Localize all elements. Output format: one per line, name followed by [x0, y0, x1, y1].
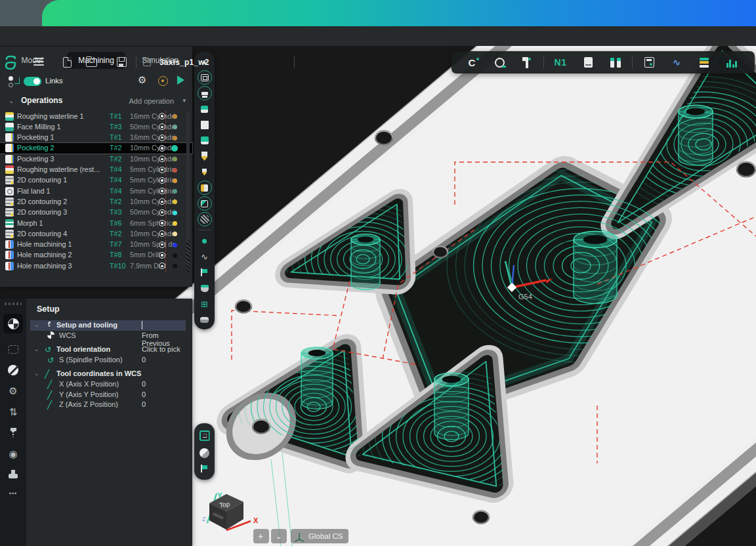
project-title[interactable]: 3axis_p1_w2: [159, 58, 209, 67]
operation-row[interactable]: Roughing waterline (rest...T#45mm Cylind…: [0, 165, 192, 175]
point-icon[interactable]: [197, 233, 213, 249]
swap-order-icon[interactable]: ⇅: [3, 402, 23, 422]
flag-toggle-icon[interactable]: [201, 465, 208, 472]
compass-icon[interactable]: [3, 360, 23, 380]
setup-row-z[interactable]: ╱Z (Axis Z Position)0: [30, 400, 186, 410]
operation-radio[interactable]: [159, 135, 165, 141]
scrollbar-thumb[interactable]: [186, 240, 190, 272]
clamp-icon[interactable]: [197, 280, 213, 296]
setup-row-x[interactable]: ╱X (Axis X Position)0: [30, 379, 186, 390]
axis-x-label: X: [253, 516, 259, 524]
operation-row[interactable]: Morph 1T#66mm Spherica: [0, 218, 192, 228]
operation-tool-desc: 50mm Cylindri: [130, 208, 163, 216]
chevron-down-icon[interactable]: ⌄: [34, 346, 39, 352]
open-file-button[interactable]: [86, 57, 98, 68]
shading-sphere-icon[interactable]: [200, 448, 209, 458]
spindle-head-icon[interactable]: [197, 85, 213, 101]
tool-stack-icon[interactable]: [690, 54, 718, 70]
probe-icon[interactable]: [197, 180, 213, 196]
setup-row-s[interactable]: ↺S (Spindle Position)0: [30, 355, 186, 366]
setup-row-value[interactable]: 0: [142, 380, 146, 388]
tool-pair-icon[interactable]: [602, 54, 629, 70]
operation-tool-desc: 50mm Cylindri: [130, 123, 163, 131]
operation-row[interactable]: Hole machining 1T#710mm Spot dr: [0, 240, 192, 250]
setup-group-setup-and-tooling[interactable]: ⌄Setup and tooling: [30, 320, 186, 331]
operation-color-dot: [173, 189, 177, 194]
tool-holder-icon[interactable]: [3, 464, 23, 484]
main-menu-button[interactable]: [33, 57, 45, 68]
gauge-icon[interactable]: ◉: [3, 444, 23, 464]
operation-row[interactable]: Hole machining 2T#85mm Drill: [0, 250, 192, 261]
add-operation-caret[interactable]: ▾: [182, 97, 186, 104]
operation-radio[interactable]: [159, 242, 165, 248]
flag-icon[interactable]: [197, 264, 213, 280]
cutter-icon[interactable]: [197, 148, 213, 164]
gear-icon[interactable]: ⚙: [138, 74, 146, 86]
operation-row[interactable]: 2D contouring 3T#350mm Cylindri: [0, 207, 192, 218]
setup-row-value[interactable]: 0: [142, 356, 146, 364]
links-toggle[interactable]: [24, 77, 41, 86]
fit-view-icon[interactable]: [200, 430, 210, 441]
machine-icon[interactable]: [197, 70, 213, 85]
operations-scrollbar[interactable]: [186, 111, 190, 272]
calculator-icon[interactable]: [635, 54, 663, 70]
chevron-down-icon[interactable]: ⌄: [34, 370, 39, 377]
stats-bars-icon[interactable]: [718, 54, 746, 70]
operation-row[interactable]: 2D contouring 4T#210mm Cylindri: [0, 228, 192, 239]
operation-radio[interactable]: [159, 209, 165, 216]
new-file-button[interactable]: [63, 57, 75, 68]
workpiece-icon[interactable]: [197, 133, 213, 148]
operation-radio[interactable]: [159, 113, 165, 119]
curve-icon[interactable]: ∿: [197, 249, 213, 264]
document-icon[interactable]: [574, 54, 602, 70]
drill-tool-icon[interactable]: [3, 423, 23, 443]
app-logo[interactable]: [3, 55, 18, 70]
operation-row[interactable]: 2D contouring 1T#45mm Cylindric: [0, 175, 192, 186]
more-icon[interactable]: •••: [3, 484, 23, 503]
operation-radio[interactable]: [159, 145, 165, 152]
chevron-down-icon[interactable]: ⌄: [34, 322, 39, 328]
operation-row[interactable]: Pocketing 3T#210mm Cylindri: [0, 154, 192, 164]
snap-magnet-icon[interactable]: C: [458, 54, 486, 70]
operation-radio[interactable]: [159, 220, 165, 226]
stock-hatch-icon[interactable]: [197, 211, 213, 227]
setup-row-y[interactable]: ╱Y (Axis Y Position)0: [30, 390, 186, 400]
operation-row[interactable]: Pocketing 2T#210mm Cylindri: [0, 143, 192, 154]
operation-color-dot: [173, 264, 177, 268]
operation-row[interactable]: Face Milling 1T#350mm Cylindri: [0, 121, 192, 132]
stock-icon[interactable]: [197, 117, 213, 133]
cutter-small-icon[interactable]: [197, 164, 213, 180]
operation-radio[interactable]: [159, 177, 165, 184]
wcs-target-icon[interactable]: [3, 314, 23, 333]
drag-handle[interactable]: [5, 303, 22, 305]
add-operation-button[interactable]: Add operation: [129, 97, 175, 105]
setup-row-value[interactable]: 0: [142, 390, 146, 398]
operation-tool-desc: 10mm Spot dr: [130, 240, 163, 248]
save-file-button[interactable]: [117, 57, 129, 68]
operation-row[interactable]: Roughing waterline 1T#116mm Cylindri: [0, 111, 192, 121]
operation-row[interactable]: 2D contouring 2T#210mm Cylindri: [0, 196, 192, 207]
operation-row[interactable]: Pocketing 1T#116mm Cylindri: [0, 133, 192, 143]
setup-row-value[interactable]: 0: [142, 400, 146, 408]
waveform-icon[interactable]: ∿: [663, 54, 690, 70]
run-simulation-icon[interactable]: [177, 75, 184, 85]
mesh-grid-icon[interactable]: ⊞: [197, 296, 213, 312]
setup-group-tool-orientation[interactable]: ⌄↺Tool orientationClick to pick: [30, 345, 186, 355]
fixture-icon[interactable]: [197, 196, 213, 211]
gear-icon[interactable]: ⚙: [3, 381, 23, 401]
gcode-n1-icon[interactable]: N1: [547, 54, 574, 70]
cylinder-icon[interactable]: [197, 312, 213, 327]
operation-row[interactable]: Hole machining 3T#107.9mm Drill: [0, 261, 192, 271]
operation-radio[interactable]: [159, 252, 165, 259]
selection-marquee-icon[interactable]: [3, 339, 23, 359]
caliper-icon[interactable]: [513, 54, 541, 70]
setup-row-wcs[interactable]: WCSFrom Previous: [30, 331, 186, 341]
tool-icon[interactable]: [197, 101, 213, 117]
operation-row[interactable]: Flat land 1T#45mm Cylindric: [0, 186, 192, 196]
setup-group-value[interactable]: Click to pick: [142, 345, 180, 353]
recalculate-icon[interactable]: [158, 76, 168, 86]
operation-radio[interactable]: [159, 167, 165, 173]
setup-group-tool-coordinates-in-wcs[interactable]: ⌄╱Tool coordinates in WCS: [30, 369, 186, 379]
measure-tape-icon[interactable]: [486, 54, 513, 70]
chevron-down-icon[interactable]: ⌄: [9, 97, 14, 104]
